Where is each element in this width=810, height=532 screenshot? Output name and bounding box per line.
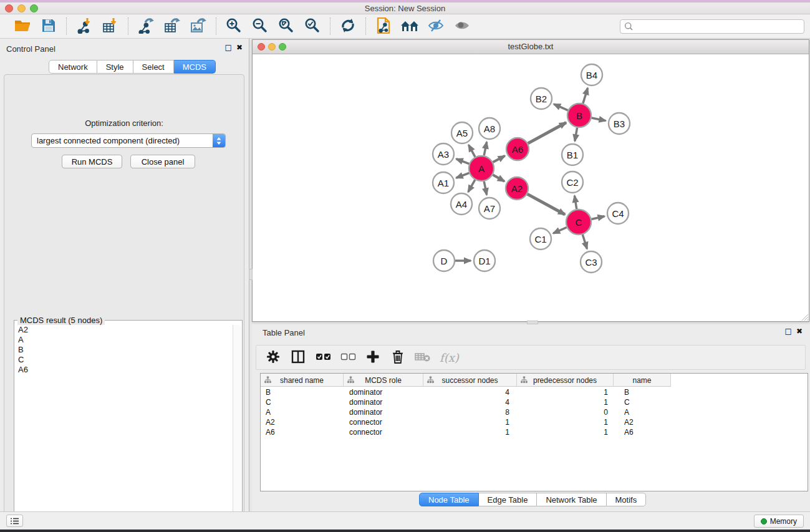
- close-panel-icon[interactable]: ✖: [236, 43, 243, 52]
- control-panel: Control Panel □ ✖ NetworkStyleSelectMCDS…: [0, 39, 249, 511]
- table-row[interactable]: Adominator80A: [261, 407, 808, 417]
- result-list-item[interactable]: C: [18, 355, 233, 365]
- result-list-scrollbar[interactable]: [233, 325, 241, 532]
- window-resize-grip[interactable]: [800, 312, 808, 321]
- tab-network[interactable]: Network: [49, 60, 97, 74]
- mcds-result-title: MCDS result (5 nodes): [17, 316, 105, 325]
- refresh-button[interactable]: [338, 17, 358, 36]
- edge-A-A8[interactable]: [484, 142, 486, 156]
- zoom-out-button[interactable]: [250, 17, 270, 36]
- edge-B-B3[interactable]: [592, 118, 606, 121]
- network-graph: B4B2BB3A5A8A6A3B1AA1C2A2A4A7C4CC1C3DD1: [253, 55, 808, 321]
- table-cell: 4: [423, 398, 517, 407]
- import-table-icon: [102, 17, 119, 36]
- select-all-button[interactable]: [315, 348, 331, 367]
- import-table-button[interactable]: [100, 17, 120, 36]
- tab-node-table[interactable]: Node Table: [419, 493, 479, 506]
- result-list-item[interactable]: A6: [18, 365, 233, 375]
- split-panel-button[interactable]: [290, 348, 306, 367]
- result-list-item[interactable]: A2: [18, 325, 233, 335]
- home-button[interactable]: [400, 17, 420, 36]
- edge-B-B1[interactable]: [575, 128, 577, 142]
- node-label-A8: A8: [484, 123, 495, 134]
- edge-A6-B[interactable]: [528, 122, 566, 143]
- export-network-button[interactable]: [136, 17, 156, 36]
- column-header-MCDS-role[interactable]: MCDS role: [344, 374, 423, 387]
- show-graphics-details-button[interactable]: [452, 17, 472, 36]
- add-column-button[interactable]: [365, 348, 381, 367]
- float-panel-icon[interactable]: □: [225, 43, 232, 52]
- edge-C-C3[interactable]: [582, 235, 587, 249]
- application-window: Session: New Session Control Panel □ ✖ N…: [0, 0, 810, 532]
- optimization-criterion-label: Optimization criterion:: [4, 118, 244, 128]
- table-cell: 1: [517, 398, 614, 407]
- edge-A-A3[interactable]: [456, 159, 470, 164]
- desktop-strip-bottom: [0, 530, 810, 532]
- column-header-shared-name[interactable]: shared name: [261, 374, 344, 387]
- table-row[interactable]: A2connector11A2: [261, 417, 808, 427]
- edge-B-B2[interactable]: [554, 104, 568, 110]
- memory-button[interactable]: Memory: [754, 515, 804, 528]
- column-header-successor-nodes[interactable]: successor nodes: [423, 374, 517, 387]
- criterion-dropdown[interactable]: largest connected component (directed): [31, 133, 226, 148]
- task-history-button[interactable]: [6, 515, 23, 527]
- table-cell: connector: [344, 428, 423, 437]
- table-settings-button[interactable]: [265, 348, 281, 367]
- edge-A-A6[interactable]: [493, 156, 505, 162]
- network-window-titlebar[interactable]: testGlobe.txt: [253, 40, 809, 54]
- column-header-name[interactable]: name: [614, 374, 671, 387]
- tab-edge-table[interactable]: Edge Table: [479, 493, 538, 506]
- table-cell: A6: [614, 428, 671, 437]
- result-list-item[interactable]: B: [18, 345, 233, 355]
- edge-B-B4[interactable]: [583, 88, 588, 104]
- export-table-button[interactable]: [162, 17, 182, 36]
- function-builder-button[interactable]: f(x): [440, 348, 459, 367]
- control-panel-title: Control Panel: [6, 44, 55, 54]
- open-session-button[interactable]: [12, 17, 32, 36]
- table-cell: A2: [614, 418, 671, 427]
- zoom-fit-icon: [278, 17, 294, 36]
- close-table-panel-icon[interactable]: ✖: [796, 327, 803, 336]
- zoom-in-button[interactable]: [224, 17, 244, 36]
- edge-A-A2[interactable]: [493, 175, 504, 181]
- column-header-predecessor-nodes[interactable]: predecessor nodes: [517, 374, 614, 387]
- search-input[interactable]: [620, 19, 804, 34]
- network-document-button[interactable]: [374, 17, 393, 36]
- deselect-all-button[interactable]: [340, 348, 356, 367]
- hide-graphics-details-button[interactable]: [426, 17, 446, 36]
- tab-mcds[interactable]: MCDS: [174, 60, 216, 74]
- network-canvas[interactable]: B4B2BB3A5A8A6A3B1AA1C2A2A4A7C4CC1C3DD1: [253, 55, 808, 321]
- tab-select[interactable]: Select: [133, 60, 174, 74]
- close-panel-button[interactable]: Close panel: [130, 155, 195, 168]
- edge-C-C1[interactable]: [553, 227, 567, 233]
- table-row[interactable]: Bdominator41B: [261, 387, 808, 397]
- edge-A-A1[interactable]: [456, 173, 470, 178]
- table-cell: 1: [423, 418, 517, 427]
- edge-A-A4[interactable]: [468, 180, 475, 192]
- edge-A-A7[interactable]: [484, 181, 486, 195]
- run-mcds-button[interactable]: Run MCDS: [62, 155, 122, 168]
- float-table-panel-icon[interactable]: □: [785, 327, 792, 336]
- delete-table-button[interactable]: [415, 348, 431, 367]
- node-label-B2: B2: [536, 94, 547, 104]
- table-row[interactable]: A6connector11A6: [261, 427, 808, 437]
- vertical-splitter-handle[interactable]: [249, 269, 253, 280]
- edge-A2-C[interactable]: [528, 194, 565, 215]
- import-network-button[interactable]: [74, 17, 94, 36]
- delete-column-button[interactable]: [390, 348, 406, 367]
- tab-motifs[interactable]: Motifs: [607, 493, 647, 506]
- app-title: Session: New Session: [0, 4, 810, 13]
- table-row[interactable]: Cdominator41C: [261, 397, 808, 407]
- edge-A-A5[interactable]: [469, 145, 475, 157]
- result-list-item[interactable]: A: [18, 335, 233, 345]
- zoom-fit-button[interactable]: [276, 17, 296, 36]
- refresh-icon: [340, 17, 356, 36]
- status-bar: Memory: [0, 511, 810, 530]
- export-image-button[interactable]: [188, 17, 208, 36]
- edge-C-C2[interactable]: [574, 196, 576, 210]
- tab-network-table[interactable]: Network Table: [537, 493, 606, 506]
- save-session-button[interactable]: [39, 17, 59, 36]
- tab-style[interactable]: Style: [97, 60, 133, 74]
- edge-C-C4[interactable]: [591, 216, 604, 220]
- zoom-selected-button[interactable]: [302, 17, 322, 36]
